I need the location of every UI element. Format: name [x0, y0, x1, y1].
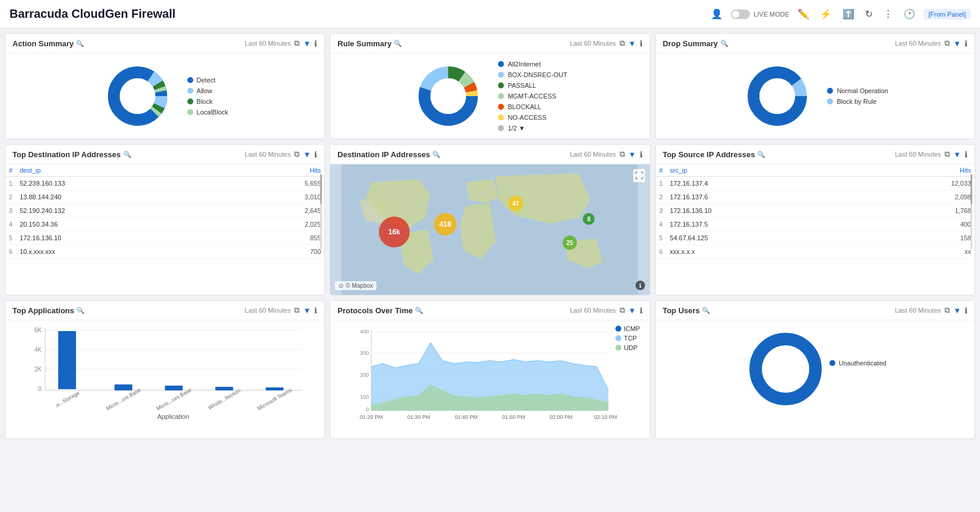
svg-text:200: 200	[360, 372, 369, 378]
map-bubble[interactable]: 25	[563, 236, 577, 250]
protocols-legend: ICMP TCP UDP	[615, 325, 640, 351]
panel-rule-summary: Rule Summary 🔍 Last 60 Minutes ⧉ ▼ ℹ	[330, 33, 650, 139]
rule-summary-search-icon[interactable]: 🔍	[394, 40, 402, 47]
table-row[interactable]: 420.150.34.362,025	[5, 218, 324, 231]
table-row[interactable]: 610.x.xxx.xxx700	[5, 245, 324, 259]
svg-point-11	[430, 78, 466, 114]
map-bubble[interactable]: 8	[583, 213, 595, 225]
more-options-icon[interactable]: ⋮	[881, 6, 895, 22]
legend-normal-operation: Normal Operation	[827, 87, 888, 94]
rule-summary-filter-icon[interactable]: ▼	[628, 39, 636, 48]
action-summary-search-icon[interactable]: 🔍	[76, 40, 84, 47]
drop-summary-search-icon[interactable]: 🔍	[720, 40, 729, 47]
live-mode-toggle[interactable]: LIVE MODE	[731, 9, 789, 19]
svg-text:300: 300	[360, 350, 369, 356]
table-row[interactable]: 4172.16.137.5400	[656, 218, 975, 231]
rule-summary-info-icon[interactable]: ℹ	[640, 39, 643, 48]
panel-top-src-ip-header: Top Source IP Addresses 🔍 Last 60 Minute…	[656, 145, 975, 164]
panel-action-summary: Action Summary 🔍 Last 60 Minutes ⧉ ▼ ℹ	[5, 33, 325, 139]
top-apps-info-icon[interactable]: ℹ	[314, 306, 317, 315]
top-apps-copy-icon[interactable]: ⧉	[294, 306, 299, 315]
from-panel-badge[interactable]: [From Panel]	[924, 9, 971, 20]
refresh-icon[interactable]: ↻	[863, 6, 875, 22]
header-controls: 👤 LIVE MODE ✏️ ⚡ ⬆️ ↻ ⋮ 🕐 [From Panel]	[708, 6, 971, 22]
map-fullscreen-icon[interactable]: ⛶	[633, 169, 645, 182]
svg-text:6K: 6K	[34, 327, 42, 333]
dest-ip-map-copy-icon[interactable]: ⧉	[620, 150, 625, 159]
share-icon[interactable]: ⬆️	[840, 6, 857, 22]
clock-icon[interactable]: 🕐	[901, 6, 918, 22]
toggle-switch[interactable]	[731, 9, 750, 19]
col-hits[interactable]: Hits	[229, 164, 325, 177]
protocols-info-icon[interactable]: ℹ	[640, 306, 643, 315]
top-src-ip-filter-icon[interactable]: ▼	[953, 150, 961, 159]
table-row[interactable]: 5172.16.136.10855	[5, 231, 324, 245]
legend-page[interactable]: 1/2 ▼	[498, 125, 567, 132]
action-summary-copy-icon[interactable]: ⧉	[294, 39, 299, 48]
svg-text:Application: Application	[157, 413, 189, 420]
top-src-ip-table: # src_ip Hits 1172.16.137.412,0332172.16…	[656, 164, 975, 259]
table-row[interactable]: 6xxx.x.x.xxx	[656, 245, 975, 259]
map-bubble[interactable]: 418	[434, 213, 457, 236]
table-row[interactable]: 213.88.144.2403,010	[5, 190, 324, 204]
top-src-ip-copy-icon[interactable]: ⧉	[944, 150, 950, 159]
top-dest-ip-search-icon[interactable]: 🔍	[123, 151, 132, 158]
top-apps-filter-icon[interactable]: ▼	[303, 306, 311, 315]
scroll-indicator-src[interactable]	[971, 174, 972, 249]
dest-ip-map-search-icon[interactable]: 🔍	[432, 151, 440, 158]
drop-summary-donut	[742, 61, 813, 132]
panel-action-summary-controls: Last 60 Minutes ⧉ ▼ ℹ	[245, 39, 318, 48]
table-row[interactable]: 554.67.64.125158	[656, 231, 975, 245]
top-apps-search-icon[interactable]: 🔍	[76, 307, 85, 314]
drop-summary-copy-icon[interactable]: ⧉	[944, 39, 950, 48]
dashboard-grid: Action Summary 🔍 Last 60 Minutes ⧉ ▼ ℹ	[0, 28, 980, 444]
svg-text:Micro...ure Base: Micro...ure Base	[105, 387, 142, 411]
col-num: #	[656, 164, 666, 177]
top-dest-ip-filter-icon[interactable]: ▼	[303, 150, 311, 159]
top-src-ip-info-icon[interactable]: ℹ	[965, 150, 968, 159]
dest-ip-map-filter-icon[interactable]: ▼	[628, 150, 636, 159]
top-users-info-icon[interactable]: ℹ	[965, 306, 968, 315]
panel-drop-summary-header: Drop Summary 🔍 Last 60 Minutes ⧉ ▼ ℹ	[656, 34, 975, 53]
map-bubble[interactable]: 16k	[379, 217, 410, 247]
protocols-filter-icon[interactable]: ▼	[628, 306, 636, 315]
action-summary-info-icon[interactable]: ℹ	[314, 39, 317, 48]
edit-icon[interactable]: ✏️	[795, 6, 812, 22]
panel-top-applications: Top Applications 🔍 Last 60 Minutes ⧉ ▼ ℹ…	[5, 300, 325, 439]
drop-summary-filter-icon[interactable]: ▼	[953, 39, 961, 48]
dest-ip-map-canvas[interactable]: 16k41847825 ⛶ ⊙ © Mapbox ℹ	[330, 164, 649, 295]
filter-icon[interactable]: ⚡	[818, 6, 834, 22]
top-users-search-icon[interactable]: 🔍	[702, 307, 710, 314]
top-src-ip-search-icon[interactable]: 🔍	[757, 151, 765, 158]
top-users-legend: Unauthenticated	[829, 360, 886, 367]
map-info-icon[interactable]: ℹ	[636, 281, 645, 290]
scroll-indicator[interactable]	[320, 174, 322, 249]
table-row[interactable]: 3172.16.136.101,768	[656, 204, 975, 218]
protocols-search-icon[interactable]: 🔍	[415, 307, 423, 314]
table-row[interactable]: 2172.16.137.62,098	[656, 190, 975, 204]
svg-rect-28	[165, 386, 183, 390]
table-row[interactable]: 352.190.240.1322,645	[5, 204, 324, 218]
top-dest-ip-info-icon[interactable]: ℹ	[314, 150, 317, 159]
drop-summary-legend: Normal Operation Block by Rule	[827, 87, 888, 105]
svg-text:100: 100	[360, 394, 369, 400]
legend-blockall: BLOCKALL	[498, 103, 567, 110]
top-users-copy-icon[interactable]: ⧉	[944, 306, 950, 315]
top-dest-ip-copy-icon[interactable]: ⧉	[294, 150, 299, 159]
panel-protocols-controls: Last 60 Minutes ⧉ ▼ ℹ	[570, 306, 643, 315]
table-row[interactable]: 152.239.160.1335,655	[5, 177, 324, 190]
col-dest-ip[interactable]: dest_ip	[16, 164, 229, 177]
col-src-ip[interactable]: src_ip	[666, 164, 865, 177]
col-hits[interactable]: Hits	[864, 164, 975, 177]
map-bubble[interactable]: 47	[508, 196, 523, 211]
top-users-filter-icon[interactable]: ▼	[953, 306, 961, 315]
panel-action-summary-title: Action Summary 🔍	[12, 39, 84, 48]
rule-summary-copy-icon[interactable]: ⧉	[620, 39, 625, 48]
drop-summary-info-icon[interactable]: ℹ	[965, 39, 968, 48]
protocols-copy-icon[interactable]: ⧉	[620, 306, 625, 315]
table-row[interactable]: 1172.16.137.412,033	[656, 177, 975, 190]
dest-ip-map-info-icon[interactable]: ℹ	[640, 150, 643, 159]
top-users-donut	[744, 327, 815, 399]
action-summary-filter-icon[interactable]: ▼	[303, 39, 311, 48]
panel-top-src-ip-controls: Last 60 Minutes ⧉ ▼ ℹ	[895, 150, 968, 159]
